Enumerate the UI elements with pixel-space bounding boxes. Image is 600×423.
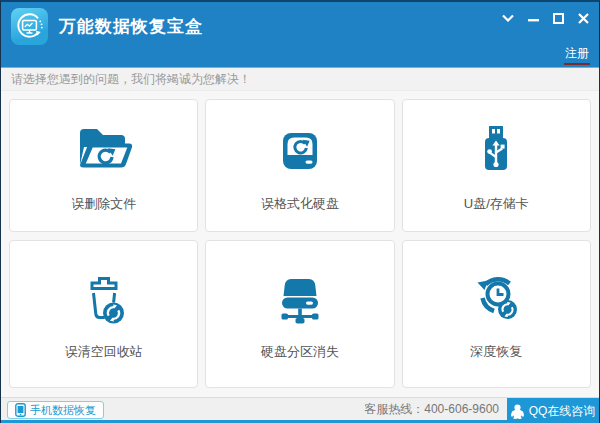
close-icon[interactable] [575,11,591,25]
deep-recovery-icon [464,267,528,331]
qq-penguin-icon [511,404,524,419]
title-bar: 万能数据恢复宝盒 注册 [1,2,599,68]
page-title: 万能数据恢复宝盒 [59,15,203,38]
phone-data-recovery-button[interactable]: 手机数据恢复 [7,401,104,419]
window-controls [500,11,591,25]
minimize-icon[interactable] [525,11,541,25]
chevron-down-icon[interactable] [500,11,516,25]
card-label: 硬盘分区消失 [261,343,339,361]
folder-recover-icon [72,119,136,183]
qq-button-label: QQ在线咨询 [529,403,596,420]
recycle-bin-recover-icon [72,267,136,331]
card-usb-storage[interactable]: U盘/存储卡 [402,99,591,232]
card-lost-partition[interactable]: 硬盘分区消失 [205,240,394,388]
card-deep-recovery[interactable]: 深度恢复 [402,240,591,388]
card-formatted-disk[interactable]: 误格式化硬盘 [205,99,394,232]
card-label: 误删除文件 [71,195,136,213]
card-label: 深度恢复 [470,343,522,361]
app-window: 万能数据恢复宝盒 注册 请选择您遇到的问题，我们将竭诚为您解决！ [0,0,600,423]
phone-button-label: 手机数据恢复 [30,403,96,418]
partition-lost-icon [268,267,332,331]
notice-text: 请选择您遇到的问题，我们将竭诚为您解决！ [1,68,599,91]
card-label: 误清空回收站 [65,343,143,361]
app-logo-icon [11,8,48,45]
register-link[interactable]: 注册 [564,45,590,65]
maximize-icon[interactable] [550,11,566,25]
phone-icon [15,403,26,417]
hotline-text: 客服热线：400-606-9600 [364,398,499,421]
card-label: U盘/存储卡 [464,195,529,213]
card-deleted-files[interactable]: 误删除文件 [9,99,198,232]
footer-bar: 手机数据恢复 客服热线：400-606-9600 QQ在线咨询 [1,397,599,423]
card-label: 误格式化硬盘 [261,195,339,213]
card-emptied-recycle-bin[interactable]: 误清空回收站 [9,240,198,388]
usb-drive-icon [464,119,528,183]
problem-card-grid: 误删除文件 误格式化硬盘 [1,91,599,397]
hdd-format-icon [268,119,332,183]
